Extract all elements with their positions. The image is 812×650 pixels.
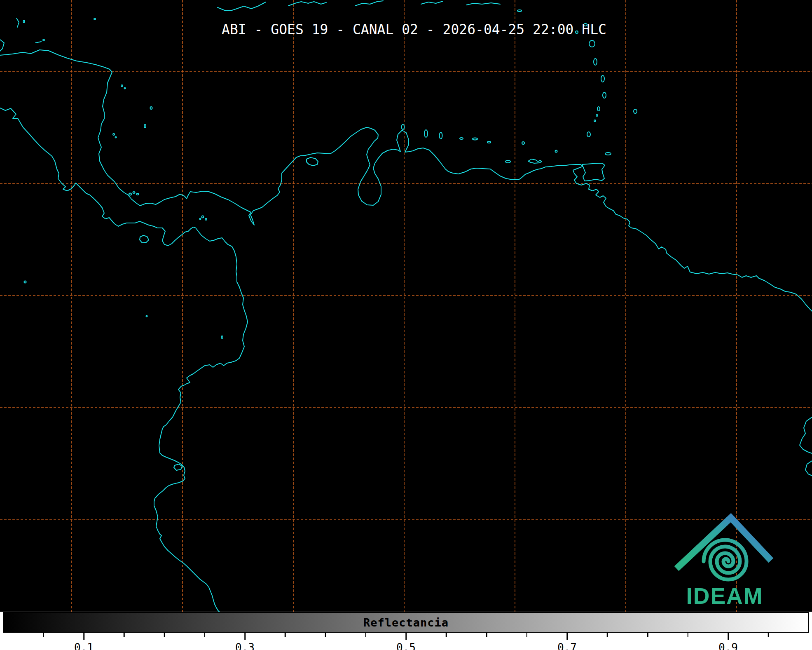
colorbar-tick-label: 0.7 — [557, 641, 577, 650]
colorbar-tick-label: 0.5 — [396, 641, 416, 650]
colorbar-minor-tick — [365, 633, 367, 637]
island-martinique — [601, 75, 604, 82]
island-aruba — [402, 124, 405, 129]
colorbar: Reflectancia 0.10.30.50.70.9 — [0, 612, 812, 650]
island-los-roques — [473, 138, 477, 140]
island-roatan — [35, 42, 41, 43]
island-barbados — [634, 109, 637, 113]
island-lighthouse-reef — [23, 20, 25, 23]
coast-fragment-jamaica — [218, 2, 266, 11]
coast-fragment-puerto-rico — [466, 3, 500, 5]
colorbar-minor-tick — [204, 633, 206, 637]
colorbar-minor-tick — [446, 633, 447, 637]
island-bocas-3 — [137, 193, 139, 195]
colorbar-major-tick — [244, 633, 246, 640]
island-san-andres — [144, 124, 146, 128]
satellite-figure: IDEAM ABI - GOES 19 - CANAL 02 - 2026-04… — [0, 0, 812, 650]
island-coiba — [140, 235, 149, 243]
colorbar-minor-tick — [43, 633, 44, 637]
coast-fragment-amazon-north — [800, 417, 812, 453]
colorbar-label: Reflectancia — [363, 616, 449, 629]
island-perlas-1 — [202, 216, 204, 218]
colorbar-gradient: Reflectancia — [3, 612, 809, 633]
colorbar-major-tick — [83, 633, 85, 640]
island-dominica — [594, 59, 597, 65]
island-las-aves — [460, 138, 463, 139]
page-title: ABI - GOES 19 - CANAL 02 - 2026-04-25 22… — [222, 21, 606, 38]
map-svg: IDEAM — [0, 0, 812, 612]
colorbar-minor-tick — [607, 633, 608, 637]
colorbar-minor-tick — [688, 633, 689, 637]
island-gorgona — [221, 336, 223, 338]
island-curacao — [424, 130, 428, 137]
island-miskito-cay-1 — [121, 85, 123, 87]
island-la-tortuga — [505, 160, 510, 163]
ideam-logo: IDEAM — [679, 518, 769, 609]
island-bocas-2 — [133, 192, 135, 193]
island-guanaja — [43, 40, 44, 41]
island-st-vincent — [597, 107, 600, 111]
island-corn-2 — [115, 137, 117, 138]
logo-text: IDEAM — [686, 583, 763, 609]
colorbar-minor-tick — [325, 633, 326, 637]
island-cocos — [24, 281, 26, 283]
island-los-testigos — [555, 150, 557, 153]
island-grenadines — [594, 120, 596, 122]
logo-swirl-icon — [704, 540, 746, 580]
island-perlas-2 — [205, 218, 207, 220]
island-la-orchila — [487, 141, 491, 143]
coast-fragment-dominican-west — [355, 1, 383, 6]
island-st-lucia — [603, 92, 606, 98]
colorbar-minor-tick — [647, 633, 648, 637]
colorbar-major-tick — [566, 633, 568, 640]
island-trinidad — [582, 163, 605, 181]
coast-fragment-dominican-east — [421, 1, 443, 4]
island-la-blanquilla — [522, 142, 524, 144]
map-area: IDEAM ABI - GOES 19 - CANAL 02 - 2026-04… — [0, 0, 812, 612]
colorbar-minor-tick — [527, 633, 528, 637]
island-swan — [94, 19, 96, 20]
island-bequia — [596, 115, 598, 116]
colorbar-minor-tick — [164, 633, 165, 637]
colorbar-tick-label: 0.3 — [235, 641, 255, 650]
island-guadeloupe — [589, 40, 595, 47]
colorbar-tick-label: 0.9 — [718, 641, 738, 650]
coast-fragment-haiti — [288, 2, 326, 6]
island-miskito-cay-2 — [124, 88, 126, 89]
colorbar-minor-tick — [768, 633, 769, 637]
colorbar-minor-tick — [486, 633, 487, 637]
colorbar-minor-tick — [285, 633, 286, 637]
island-corn-1 — [113, 134, 115, 135]
graticule — [0, 0, 812, 612]
colorbar-tick-label: 0.1 — [74, 641, 94, 650]
island-perlas-3 — [200, 218, 201, 220]
island-bonaire — [440, 132, 442, 139]
lagoon-cienaga-santa-marta — [307, 157, 318, 166]
island-puna — [174, 464, 182, 470]
coast-caribbean-mainland — [0, 50, 812, 311]
colorbar-minor-tick — [124, 633, 125, 637]
island-bocas-1 — [129, 193, 131, 195]
coast-fragment-amazon-south — [805, 461, 812, 476]
coast-fragment-belize — [0, 40, 4, 51]
colorbar-major-tick — [728, 633, 729, 640]
island-grenada — [587, 132, 590, 137]
island-margarita — [528, 159, 542, 163]
colorbar-major-tick — [405, 633, 407, 640]
island-st-croix — [517, 10, 522, 12]
island-tobago — [605, 153, 611, 155]
island-turneffe — [16, 18, 19, 27]
island-malpelo — [146, 316, 147, 317]
island-providencia — [150, 107, 152, 109]
